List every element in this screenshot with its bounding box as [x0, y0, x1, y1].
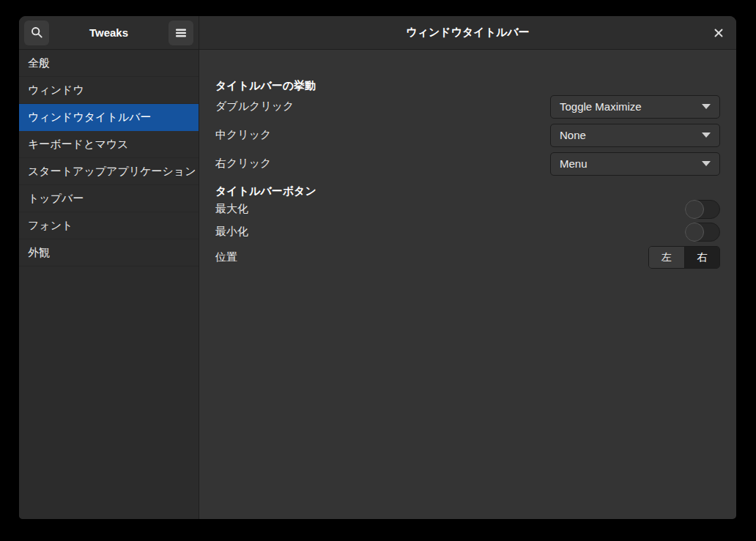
sidebar-item-general[interactable]: 全般	[19, 50, 199, 77]
close-icon	[714, 29, 723, 37]
placement-label: 位置	[215, 250, 237, 264]
placement-right-button[interactable]: 右	[684, 247, 719, 268]
sidebar-item-windows[interactable]: ウィンドウ	[19, 77, 199, 104]
app-title: Tweaks	[49, 26, 168, 39]
sidebar-headerbar: Tweaks	[19, 16, 199, 50]
hamburger-menu-icon	[175, 28, 187, 38]
secondary-click-dropdown-value: Menu	[560, 157, 588, 170]
sidebar-item-top-bar[interactable]: トップバー	[19, 185, 199, 212]
sidebar-item-appearance[interactable]: 外観	[19, 239, 199, 266]
pref-row-secondary-click: 右クリック Menu	[215, 149, 720, 178]
chevron-down-icon	[702, 161, 711, 166]
pref-row-maximize: 最大化	[215, 198, 720, 220]
secondary-click-dropdown[interactable]: Menu	[550, 152, 720, 176]
sidebar: 全般 ウィンドウ ウィンドウタイトルバー キーボードとマウス スタートアップアプ…	[19, 50, 199, 519]
toggle-knob	[685, 200, 704, 219]
maximize-toggle[interactable]	[685, 200, 720, 219]
main-headerbar: ウィンドウタイトルバー	[199, 16, 736, 50]
search-button[interactable]	[24, 20, 49, 45]
section-title-titlebar-actions: タイトルバーの挙動	[215, 78, 720, 92]
middle-click-dropdown[interactable]: None	[550, 124, 720, 147]
tweaks-window: Tweaks ウィンドウタイトルバー 全般 ウィンドウ	[19, 16, 736, 519]
secondary-click-label: 右クリック	[215, 157, 271, 171]
chevron-down-icon	[702, 133, 711, 138]
middle-click-label: 中クリック	[215, 128, 271, 142]
middle-click-dropdown-value: None	[560, 129, 586, 141]
chevron-down-icon	[702, 104, 711, 109]
double-click-dropdown[interactable]: Toggle Maximize	[550, 95, 720, 119]
pref-row-middle-click: 中クリック None	[215, 121, 720, 149]
minimize-toggle[interactable]	[685, 223, 720, 242]
menu-button[interactable]	[168, 20, 193, 45]
sidebar-item-window-titlebars[interactable]: ウィンドウタイトルバー	[19, 104, 199, 131]
pref-row-placement: 位置 左 右	[215, 243, 720, 272]
placement-left-button[interactable]: 左	[649, 247, 684, 268]
maximize-label: 最大化	[215, 202, 248, 216]
search-icon	[31, 26, 43, 39]
main-content: タイトルバーの挙動 ダブルクリック Toggle Maximize 中クリック …	[199, 50, 736, 519]
page-title: ウィンドウタイトルバー	[406, 26, 530, 40]
minimize-label: 最小化	[215, 225, 248, 239]
section-title-titlebar-buttons: タイトルバーボタン	[215, 184, 720, 198]
close-button[interactable]	[708, 22, 730, 44]
toggle-knob	[685, 223, 704, 242]
sidebar-item-keyboard-mouse[interactable]: キーボードとマウス	[19, 131, 199, 158]
sidebar-item-fonts[interactable]: フォント	[19, 212, 199, 239]
double-click-dropdown-value: Toggle Maximize	[560, 100, 642, 113]
pref-row-double-click: ダブルクリック Toggle Maximize	[215, 92, 720, 121]
sidebar-item-startup-applications[interactable]: スタートアップアプリケーション	[19, 158, 199, 185]
pref-row-minimize: 最小化	[215, 220, 720, 243]
double-click-label: ダブルクリック	[215, 100, 294, 113]
placement-segmented-control: 左 右	[648, 246, 720, 269]
